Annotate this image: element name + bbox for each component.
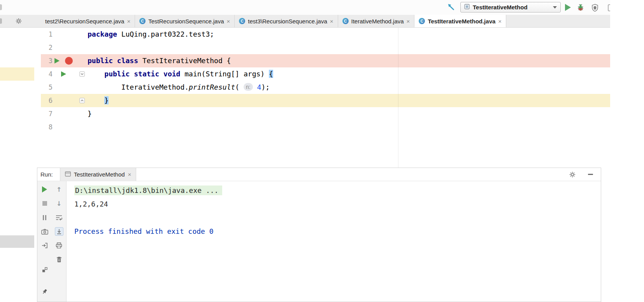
soft-wrap-button[interactable] xyxy=(55,213,63,222)
code-text: } xyxy=(88,107,610,120)
fold-column xyxy=(77,94,88,107)
line-number[interactable]: 2 xyxy=(41,41,53,54)
gutter-icons xyxy=(53,120,77,134)
minus-icon xyxy=(588,174,593,175)
fold-marker-icon[interactable] xyxy=(79,71,85,77)
scroll-to-end-button[interactable] xyxy=(55,227,63,236)
code-token: TestIterativeMethod { xyxy=(138,57,231,65)
fold-column xyxy=(77,107,88,120)
up-the-stack-trace-button[interactable]: ↑ xyxy=(55,185,63,194)
editor-tab-active[interactable]: C TestIterativeMethod.java × xyxy=(414,15,506,27)
close-icon[interactable]: × xyxy=(127,18,130,25)
code-text: public static void main(String[] args) { xyxy=(88,67,610,81)
thread-dump-button[interactable] xyxy=(40,227,49,236)
command-text[interactable]: D:\install\jdk1.8\bin\java.exe ... xyxy=(74,185,222,195)
close-icon[interactable]: × xyxy=(227,18,230,25)
code-line: 1 package LuQing.part0322.test3; xyxy=(41,28,610,41)
editor-tab[interactable]: C test3\RecursionSequence.java × xyxy=(235,15,338,27)
gutter-icons xyxy=(53,81,77,94)
back-arrow-icon[interactable] xyxy=(446,2,455,12)
stop-button[interactable] xyxy=(40,199,49,208)
hide-run-panel-button[interactable] xyxy=(586,170,595,179)
run-configuration-select[interactable]: TestIterativeMethod xyxy=(460,2,561,12)
run-settings-button[interactable] xyxy=(568,170,577,179)
code-token: public static void xyxy=(104,70,180,78)
tool-window-stripe-button[interactable] xyxy=(0,235,34,248)
close-icon[interactable]: × xyxy=(407,18,410,25)
editor-tab[interactable]: C TestRecursionSequence.java × xyxy=(135,15,235,27)
run-content-tab[interactable]: TestIterativeMethod × xyxy=(60,168,137,181)
gear-icon xyxy=(16,18,22,24)
fold-column xyxy=(77,120,88,134)
rerun-button[interactable] xyxy=(40,185,49,194)
run-tab-label: TestIterativeMethod xyxy=(74,171,125,178)
breakpoint-icon[interactable] xyxy=(65,57,73,65)
code-editor[interactable]: 1 package LuQing.part0322.test3; 2 3 pub… xyxy=(41,28,610,168)
close-icon[interactable]: × xyxy=(498,18,502,25)
tab-label: test2\RecursionSequence.java xyxy=(45,18,124,25)
gutter-icons xyxy=(53,67,77,81)
clear-console-button[interactable] xyxy=(55,255,63,264)
code-text: public class TestIterativeMethod { xyxy=(88,54,610,67)
printer-icon xyxy=(56,242,62,249)
code-text: } xyxy=(88,94,610,107)
console-system-line: Process finished with exit code 0 xyxy=(74,224,601,238)
run-config-icon xyxy=(464,4,470,11)
cut-off-icon-fragment xyxy=(0,18,2,24)
run-button[interactable] xyxy=(563,3,572,12)
line-number[interactable]: 6 xyxy=(41,94,53,107)
line-number[interactable]: 3 xyxy=(41,54,53,67)
pin-button[interactable] xyxy=(40,287,49,296)
editor-tab[interactable]: C IterativeMethod.java × xyxy=(338,15,415,27)
console-output[interactable]: D:\install\jdk1.8\bin\java.exe ... 1,2,6… xyxy=(67,181,601,302)
code-token-brace-match: } xyxy=(104,96,109,104)
down-the-stack-trace-button[interactable]: ↓ xyxy=(55,199,63,208)
left-margin-highlight xyxy=(0,67,34,81)
layout-icon xyxy=(42,267,48,273)
code-token: IterativeMethod. xyxy=(88,83,189,91)
code-line: 8 xyxy=(41,120,610,134)
editor-tab[interactable]: test2\RecursionSequence.java × xyxy=(41,15,135,27)
run-class-icon[interactable] xyxy=(54,58,60,64)
code-line: 7 } xyxy=(41,107,610,120)
code-text: IterativeMethod.printResult( n: 4); xyxy=(88,81,610,94)
fold-column xyxy=(77,67,88,81)
line-number[interactable]: 8 xyxy=(41,120,53,134)
print-button[interactable] xyxy=(55,241,63,250)
down-arrow-icon: ↓ xyxy=(56,200,61,207)
jump-to-source-button[interactable] xyxy=(40,241,49,250)
run-method-icon[interactable] xyxy=(61,71,66,77)
pause-icon xyxy=(43,215,46,220)
pause-output-button[interactable] xyxy=(40,213,49,222)
cut-off-icon-fragment xyxy=(0,4,2,10)
gutter-icons xyxy=(53,107,77,120)
close-icon[interactable]: × xyxy=(330,18,333,25)
line-number[interactable]: 4 xyxy=(41,67,53,81)
java-class-icon: C xyxy=(239,18,245,24)
layout-button[interactable] xyxy=(40,265,49,274)
gutter-icons xyxy=(53,28,77,41)
bug-icon xyxy=(576,3,585,12)
code-line: 5 IterativeMethod.printResult( n: 4); xyxy=(41,81,610,94)
fold-marker-icon[interactable] xyxy=(79,98,85,103)
close-icon[interactable]: × xyxy=(128,171,132,178)
code-token xyxy=(88,96,104,104)
java-class-icon: C xyxy=(139,18,146,24)
clipped-toolbar-icon[interactable] xyxy=(606,3,610,12)
console-icon xyxy=(65,171,71,178)
line-number[interactable]: 7 xyxy=(41,107,53,120)
fold-column xyxy=(77,41,88,54)
tab-label: test3\RecursionSequence.java xyxy=(248,18,327,25)
tab-bar-settings-button[interactable] xyxy=(16,18,22,24)
trash-icon xyxy=(56,256,62,263)
java-class-icon: C xyxy=(342,18,349,24)
console-stdout-line: 1,2,6,24 xyxy=(74,197,601,211)
console-blank-line xyxy=(74,211,601,224)
run-with-coverage-button[interactable] xyxy=(590,3,600,12)
debug-button[interactable] xyxy=(576,3,585,12)
stop-icon xyxy=(42,201,47,206)
line-number[interactable]: 1 xyxy=(41,28,53,41)
run-toolbar-column-2: ↑ ↓ xyxy=(52,181,67,302)
line-number[interactable]: 5 xyxy=(41,81,53,94)
console-command-line[interactable]: D:\install\jdk1.8\bin\java.exe ... xyxy=(74,184,601,197)
